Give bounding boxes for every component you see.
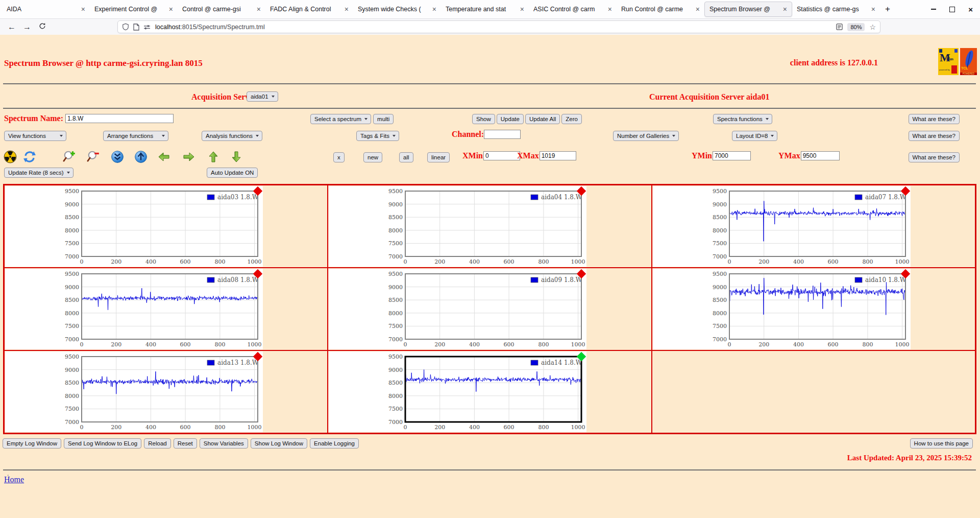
analysis-functions-dropdown[interactable]: Analysis functions	[202, 131, 262, 141]
update-button[interactable]: Update	[497, 114, 524, 124]
arrow-left-icon[interactable]	[157, 150, 170, 163]
reset-button[interactable]: Reset	[174, 438, 197, 449]
spectrum-panel-aida09[interactable]: 7000750080008500900095000200400600800100…	[328, 268, 651, 350]
spectrum-panel-aida14[interactable]: 7000750080008500900095000200400600800100…	[328, 350, 651, 433]
xmin-input[interactable]	[483, 151, 520, 160]
url-bar[interactable]: localhost:8015/Spectrum/Spectrum.tml 80%…	[117, 20, 880, 33]
bookmark-star-icon[interactable]: ☆	[869, 23, 876, 31]
show-variables-button[interactable]: Show Variables	[200, 438, 248, 449]
tab-close-icon[interactable]: ×	[345, 6, 349, 13]
shield-icon[interactable]	[122, 23, 129, 31]
ymin-input[interactable]	[713, 151, 751, 160]
back-icon[interactable]: ←	[4, 22, 19, 32]
forward-icon[interactable]: →	[19, 22, 35, 32]
collapse-vertical-icon[interactable]	[111, 150, 124, 163]
what-are-these-button[interactable]: What are these?	[909, 131, 960, 141]
auto-update-button[interactable]: Auto Update ON	[207, 168, 258, 178]
tab-close-icon[interactable]: ×	[432, 6, 436, 13]
all-button[interactable]: all	[399, 152, 413, 162]
plot-image[interactable]: 7000750080008500900095000200400600800100…	[653, 269, 911, 349]
send-log-window-to-elog-button[interactable]: Send Log Window to ELog	[64, 438, 141, 449]
window-maximize-icon[interactable]	[949, 7, 955, 12]
spectrum-name-input[interactable]	[65, 114, 174, 123]
plot-image[interactable]: 7000750080008500900095000200400600800100…	[5, 269, 263, 349]
xmax-input[interactable]	[540, 151, 576, 160]
zoom-in-icon[interactable]	[63, 150, 76, 163]
tab-close-icon[interactable]: ×	[81, 6, 85, 13]
tags-fits-dropdown[interactable]: Tags & Fits	[356, 131, 399, 141]
tab-close-icon[interactable]: ×	[257, 6, 261, 13]
browser-tab[interactable]: FADC Align & Control×	[265, 2, 353, 17]
tab-close-icon[interactable]: ×	[520, 6, 524, 13]
arrange-functions-dropdown[interactable]: Arrange functions	[103, 131, 168, 141]
spectrum-panel-aida03[interactable]: 7000750080008500900095000200400600800100…	[4, 185, 328, 268]
reload-icon[interactable]	[35, 22, 50, 32]
spectrum-panel-aida10[interactable]: 7000750080008500900095000200400600800100…	[652, 268, 975, 350]
multi-button[interactable]: multi	[373, 114, 394, 124]
plot-image[interactable]: 7000750080008500900095000200400600800100…	[5, 351, 263, 432]
tab-close-icon[interactable]: ×	[871, 6, 875, 13]
tab-close-icon[interactable]: ×	[169, 6, 173, 13]
plot-image[interactable]: 7000750080008500900095000200400600800100…	[329, 269, 586, 349]
show-button[interactable]: Show	[472, 114, 495, 124]
tab-close-icon[interactable]: ×	[608, 6, 612, 13]
arrow-down-icon[interactable]	[230, 150, 243, 163]
what-are-these-button[interactable]: What are these?	[909, 114, 960, 124]
enable-logging-button[interactable]: Enable Logging	[310, 438, 359, 449]
browser-tab[interactable]: Temperature and stat×	[441, 2, 529, 17]
browser-tab[interactable]: ASIC Control @ carm×	[529, 2, 617, 17]
tab-close-icon[interactable]: ×	[783, 6, 787, 13]
number-of-galleries-dropdown[interactable]: Number of Galleries	[613, 131, 679, 141]
spectrum-panel-aida13[interactable]: 7000750080008500900095000200400600800100…	[4, 350, 328, 433]
home-link[interactable]: Home	[4, 475, 24, 484]
midas-logo[interactable]: M idas powered by	[938, 48, 959, 75]
arrow-up-icon[interactable]	[207, 150, 220, 163]
plot-image[interactable]: 7000750080008500900095000200400600800100…	[653, 186, 911, 267]
refresh-icon[interactable]	[23, 150, 36, 163]
zoom-out-icon[interactable]	[87, 150, 100, 163]
reader-mode-icon[interactable]	[836, 23, 843, 30]
ymax-input[interactable]	[801, 151, 840, 160]
plot-image[interactable]: 7000750080008500900095000200400600800100…	[329, 351, 586, 432]
view-functions-dropdown[interactable]: View functions	[4, 131, 66, 141]
url-text[interactable]: localhost:8015/Spectrum/Spectrum.tml	[155, 23, 836, 31]
what-are-these-button[interactable]: What are these?	[909, 152, 960, 162]
linear-button[interactable]: linear	[427, 152, 450, 162]
browser-tab[interactable]: System wide Checks (×	[353, 2, 441, 17]
browser-tab[interactable]: Run Control @ carme×	[617, 2, 704, 17]
spectra-functions-dropdown[interactable]: Spectra functions	[713, 114, 772, 124]
update-all-button[interactable]: Update All	[525, 114, 560, 124]
permissions-sliders-icon[interactable]	[143, 24, 151, 30]
zoom-level-badge[interactable]: 80%	[847, 23, 865, 31]
reload-button[interactable]: Reload	[144, 438, 170, 449]
zero-button[interactable]: Zero	[561, 114, 582, 124]
radiation-icon[interactable]	[4, 150, 17, 163]
new-button[interactable]: new	[363, 152, 382, 162]
plot-image[interactable]: 7000750080008500900095000200400600800100…	[5, 186, 263, 267]
expand-vertical-icon[interactable]	[134, 150, 148, 163]
browser-tab[interactable]: Experiment Control @×	[90, 2, 178, 17]
spectrum-panel-aida07[interactable]: 7000750080008500900095000200400600800100…	[652, 185, 975, 268]
browser-tab[interactable]: Statistics @ carme-gs×	[792, 2, 880, 17]
tab-close-icon[interactable]: ×	[696, 6, 700, 13]
arrow-right-icon[interactable]	[182, 150, 195, 163]
browser-tab[interactable]: AIDA×	[2, 2, 90, 17]
select-spectrum-dropdown[interactable]: Select a spectrum	[310, 114, 371, 124]
x-axis-button[interactable]: x	[333, 152, 345, 162]
browser-tab[interactable]: Control @ carme-gsi×	[178, 2, 265, 17]
update-rate-dropdown[interactable]: Update Rate (8 secs)	[4, 168, 74, 178]
empty-log-window-button[interactable]: Empty Log Window	[3, 438, 61, 449]
show-log-window-button[interactable]: Show Log Window	[251, 438, 307, 449]
layout-id-dropdown[interactable]: Layout ID=8	[732, 131, 777, 141]
browser-tab[interactable]: Spectrum Browser @×	[704, 2, 792, 17]
tcl-powered-logo[interactable]: TCL POWERED	[960, 48, 977, 75]
spectrum-panel-aida04[interactable]: 7000750080008500900095000200400600800100…	[328, 185, 651, 268]
page-icon[interactable]	[133, 23, 139, 31]
window-close-icon[interactable]: ×	[968, 5, 973, 14]
channel-input[interactable]	[484, 130, 521, 139]
how-to-use-button[interactable]: How to use this page	[910, 438, 973, 449]
new-tab-button[interactable]: +	[880, 4, 895, 14]
acquisition-server-select[interactable]: aida01	[247, 91, 278, 102]
plot-image[interactable]: 7000750080008500900095000200400600800100…	[329, 186, 586, 267]
spectrum-panel-aida08[interactable]: 7000750080008500900095000200400600800100…	[4, 268, 328, 350]
